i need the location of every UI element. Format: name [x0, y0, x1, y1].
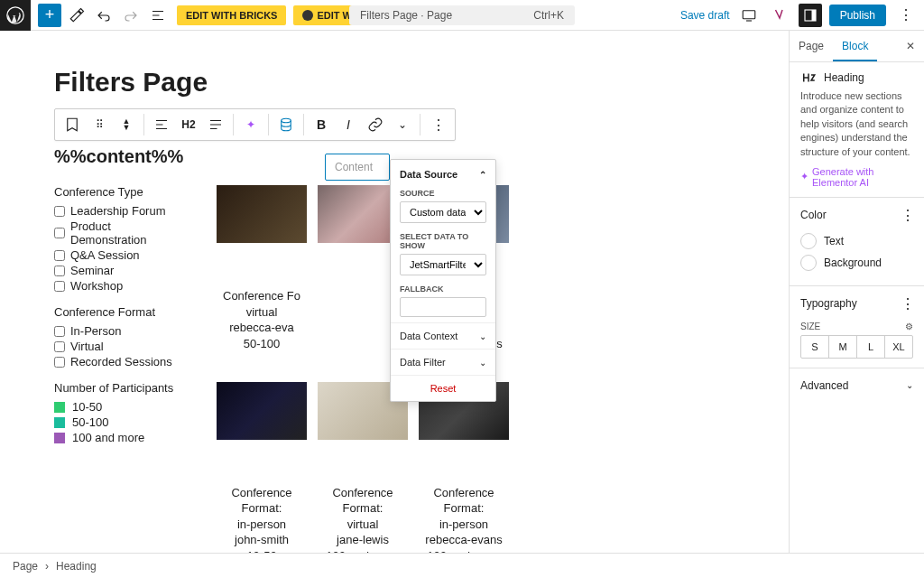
- block-type-title: Heading: [824, 71, 864, 84]
- color-background-row[interactable]: Background: [800, 255, 913, 271]
- reset-button[interactable]: Reset: [391, 375, 495, 401]
- elementor-icon: [302, 10, 313, 21]
- size-m[interactable]: M: [829, 336, 857, 358]
- data-to-show-select[interactable]: JetSmartFilters SEO Title: [400, 254, 486, 275]
- dynamic-data-icon[interactable]: [273, 111, 300, 138]
- size-l[interactable]: L: [857, 336, 885, 358]
- italic-button[interactable]: I: [335, 111, 362, 138]
- color-text-row[interactable]: Text: [800, 233, 913, 249]
- add-block-button[interactable]: +: [38, 4, 61, 27]
- size-label: SIZE: [800, 322, 820, 331]
- settings-sidebar-toggle[interactable]: [799, 4, 822, 27]
- fallback-input[interactable]: [400, 297, 486, 317]
- text-align-icon[interactable]: [202, 111, 229, 138]
- color-swatch-icon: [800, 255, 817, 271]
- popover-label: SOURCE: [391, 185, 495, 200]
- panel-color-title: Color: [800, 209, 827, 221]
- filter-option[interactable]: Seminar: [54, 264, 189, 277]
- svg-point-4: [282, 118, 291, 123]
- redo-icon[interactable]: [119, 4, 143, 27]
- device-preview-icon[interactable]: [737, 4, 761, 27]
- popover-header[interactable]: Data Source⌃: [391, 160, 495, 185]
- outline-icon[interactable]: [146, 4, 170, 27]
- tab-page[interactable]: Page: [790, 31, 833, 61]
- size-s[interactable]: S: [801, 336, 829, 358]
- edit-icon[interactable]: [65, 4, 88, 27]
- card[interactable]: Conference Format:virtualjane-lewis100-a…: [318, 382, 408, 553]
- more-options-icon[interactable]: ⋮: [893, 4, 917, 27]
- shortcut-hint: Ctrl+K: [533, 9, 564, 22]
- filter-option[interactable]: 10-50: [54, 400, 189, 414]
- edit-bricks-button[interactable]: EDIT WITH BRICKS: [177, 5, 286, 25]
- size-buttons: S M L XL: [800, 335, 913, 359]
- drag-handle-icon[interactable]: ⠿: [86, 111, 113, 138]
- block-more-icon[interactable]: ⋮: [424, 111, 451, 138]
- panel-typography-title: Typography: [800, 297, 857, 310]
- doc-title: Filters Page · Page: [360, 9, 452, 22]
- panel-more-icon[interactable]: ⋮: [901, 207, 913, 224]
- card[interactable]: Conference Format:in-personrebecca-evans…: [419, 382, 509, 553]
- filter-group-title: Number of Participants: [54, 381, 189, 395]
- bold-button[interactable]: B: [308, 111, 335, 138]
- filter-option[interactable]: Q&A Session: [54, 248, 189, 262]
- chevron-down-icon: ⌄: [479, 358, 486, 368]
- color-swatch: [54, 417, 65, 428]
- block-description: Introduce new sections and organize cont…: [800, 89, 913, 159]
- filter-option[interactable]: Recorded Sessions: [54, 355, 189, 368]
- breadcrumb-heading[interactable]: Heading: [56, 560, 97, 573]
- page-title[interactable]: Filters Page: [54, 67, 735, 98]
- color-swatch: [54, 402, 65, 413]
- svg-rect-3: [811, 10, 816, 21]
- source-select[interactable]: Custom data: [400, 201, 486, 223]
- breadcrumb: Page › Heading: [0, 553, 924, 578]
- filter-group-title: Conference Format: [54, 305, 189, 319]
- color-swatch: [54, 433, 65, 443]
- filter-group-participants: Number of Participants 10-50 50-100 100 …: [54, 381, 189, 444]
- filter-option[interactable]: 100 and more: [54, 431, 189, 444]
- block-toolbar: ⠿ ▲▼ H2 ✦ B: [54, 108, 456, 141]
- link-icon[interactable]: [362, 111, 389, 138]
- filter-option[interactable]: Product Demonstration: [54, 219, 189, 247]
- filter-option[interactable]: 50-100: [54, 415, 189, 429]
- size-xl[interactable]: XL: [885, 336, 912, 358]
- card-thumb: [217, 382, 307, 440]
- publish-button[interactable]: Publish: [829, 5, 886, 26]
- filter-option[interactable]: Leadership Forum: [54, 204, 189, 218]
- card[interactable]: Conference Fovirtualrebecca-eva50-100: [217, 185, 307, 368]
- close-sidebar-icon[interactable]: ✕: [897, 31, 924, 61]
- move-arrows-icon[interactable]: ▲▼: [113, 111, 140, 138]
- breadcrumb-page[interactable]: Page: [13, 560, 38, 573]
- sparkle-icon: ✦: [800, 171, 808, 182]
- settings-sidebar: Page Block ✕ Heading Introduce new secti…: [789, 31, 924, 553]
- wordpress-logo[interactable]: [0, 0, 31, 31]
- undo-icon[interactable]: [92, 4, 116, 27]
- heading-level-button[interactable]: H2: [175, 111, 202, 138]
- filter-option[interactable]: In-Person: [54, 324, 189, 338]
- document-title-bar[interactable]: Filters Page · Page Ctrl+K: [349, 5, 575, 25]
- tab-block[interactable]: Block: [833, 31, 877, 61]
- align-icon[interactable]: [148, 111, 175, 138]
- block-type-icon[interactable]: [59, 111, 86, 138]
- size-settings-icon[interactable]: ⚙: [905, 322, 913, 331]
- yoast-icon[interactable]: [768, 4, 791, 27]
- save-draft-button[interactable]: Save draft: [680, 9, 730, 22]
- filter-option[interactable]: Workshop: [54, 279, 189, 293]
- wordpress-icon: [6, 6, 24, 24]
- popover-label: SELECT DATA TO SHOW: [391, 228, 495, 252]
- filter-group-type: Conference Type Leadership Forum Product…: [54, 185, 189, 293]
- popover-label: FALLBACK: [391, 281, 495, 295]
- data-filter-row[interactable]: Data Filter⌄: [391, 349, 495, 375]
- sparkle-ai-icon[interactable]: ✦: [237, 111, 264, 138]
- panel-more-icon[interactable]: ⋮: [901, 295, 913, 312]
- card-meta: Conference Fovirtualrebecca-eva50-100: [217, 288, 307, 351]
- card-thumb: [217, 185, 307, 243]
- advanced-panel-toggle[interactable]: Advanced⌄: [790, 368, 924, 403]
- generate-ai-link[interactable]: ✦Generate with Elementor AI: [800, 166, 913, 188]
- dropdown-chevron-icon[interactable]: ⌄: [389, 111, 416, 138]
- data-context-row[interactable]: Data Context⌄: [391, 322, 495, 349]
- card-meta: Conference Format:virtualjane-lewis100-a…: [318, 485, 408, 553]
- heading-block-input[interactable]: Content: [325, 154, 390, 181]
- filter-option[interactable]: Virtual: [54, 340, 189, 353]
- card[interactable]: Conference Format:in-personjohn-smith10-…: [217, 382, 307, 553]
- card-meta: Conference Format:in-personrebecca-evans…: [419, 485, 509, 553]
